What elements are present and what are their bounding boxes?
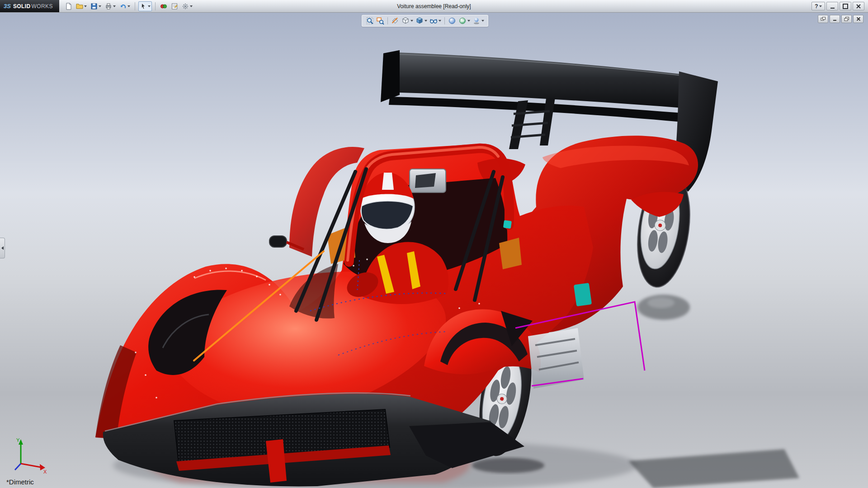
print-button[interactable] xyxy=(104,1,117,11)
hide-show-items-icon xyxy=(429,17,438,25)
doc-cascade-button[interactable] xyxy=(818,15,828,23)
solidworks-window: 3S SOLID WORKS xyxy=(0,0,868,488)
toolbar-separator xyxy=(135,2,135,10)
apply-scene-icon xyxy=(458,17,467,25)
model-render[interactable]: X Y *Dimetric xyxy=(0,13,868,488)
apply-scene-button[interactable] xyxy=(458,16,471,25)
design-table-icon xyxy=(171,3,178,10)
options-button[interactable] xyxy=(180,1,194,11)
restore-icon xyxy=(844,17,849,21)
section-view-icon xyxy=(391,17,399,25)
view-settings-icon xyxy=(472,17,481,25)
document-window-controls xyxy=(818,15,863,23)
teal-part xyxy=(574,283,592,306)
close-button[interactable] xyxy=(853,2,864,10)
edit-appearance-button[interactable] xyxy=(448,16,457,25)
undo-icon xyxy=(119,3,127,10)
triad-x-label: X xyxy=(43,469,47,474)
brand-name-light: WORKS xyxy=(32,3,53,9)
toolbar-separator xyxy=(155,2,156,10)
cascade-icon xyxy=(821,17,826,21)
solidworks-logo: 3S SOLID WORKS xyxy=(0,0,59,12)
window-controls: ? xyxy=(811,2,868,10)
minimize-button[interactable] xyxy=(826,2,838,10)
quick-access-toolbar xyxy=(64,1,194,11)
new-document-button[interactable] xyxy=(64,1,74,11)
close-icon xyxy=(856,17,861,21)
help-button[interactable]: ? xyxy=(811,2,825,10)
minimize-icon xyxy=(832,17,838,21)
brand-name-bold: SOLID xyxy=(13,3,31,9)
toolbar-separator xyxy=(444,17,445,24)
side-mirror[interactable] xyxy=(269,236,287,247)
view-orientation-label: *Dimetric xyxy=(6,478,34,486)
maximize-button[interactable] xyxy=(840,2,851,10)
window-title: Voiture assemblee [Read-only] xyxy=(397,3,471,9)
doc-restore-button[interactable] xyxy=(841,15,852,23)
help-label: ? xyxy=(815,3,818,9)
minimize-icon xyxy=(830,8,835,9)
open-button[interactable] xyxy=(75,1,88,11)
save-button[interactable] xyxy=(89,1,103,11)
hide-show-items-button[interactable] xyxy=(429,16,442,25)
triad-y-label: Y xyxy=(16,437,20,443)
view-settings-button[interactable] xyxy=(472,16,485,25)
doc-close-button[interactable] xyxy=(853,15,863,23)
dassault-logo-icon: 3S xyxy=(4,3,11,9)
display-style-icon xyxy=(415,17,424,25)
edit-color-icon xyxy=(160,3,167,10)
view-orientation-button[interactable] xyxy=(401,16,414,25)
display-style-button[interactable] xyxy=(415,16,428,25)
close-icon xyxy=(856,4,861,9)
teal-part xyxy=(503,220,512,229)
maximize-icon xyxy=(843,4,848,9)
save-icon xyxy=(90,3,98,10)
edit-color-button[interactable] xyxy=(159,1,169,11)
graphics-area[interactable]: X Y *Dimetric xyxy=(0,13,868,488)
zoom-to-area-button[interactable] xyxy=(376,16,385,25)
zoom-to-area-icon xyxy=(376,17,384,25)
select-cursor-icon xyxy=(140,3,147,10)
print-icon xyxy=(105,3,112,10)
section-view-button[interactable] xyxy=(391,16,400,25)
zoom-to-fit-icon xyxy=(366,17,374,25)
view-orientation-icon xyxy=(401,17,410,25)
new-document-icon xyxy=(65,3,72,10)
title-bar: 3S SOLID WORKS xyxy=(0,0,868,13)
undo-button[interactable] xyxy=(118,1,132,11)
toolbar-separator xyxy=(387,17,388,24)
headsup-view-toolbar xyxy=(362,15,488,27)
featuremanager-collapsed-tab[interactable] xyxy=(0,238,5,258)
edit-appearance-icon xyxy=(448,17,456,25)
open-icon xyxy=(76,3,83,10)
doc-minimize-button[interactable] xyxy=(830,15,840,23)
wing-left-endplate xyxy=(381,50,400,102)
options-gear-icon xyxy=(182,3,189,10)
design-table-button[interactable] xyxy=(170,1,179,11)
select-button[interactable] xyxy=(138,1,152,11)
chevron-left-icon xyxy=(1,246,4,250)
zoom-to-fit-button[interactable] xyxy=(365,16,374,25)
